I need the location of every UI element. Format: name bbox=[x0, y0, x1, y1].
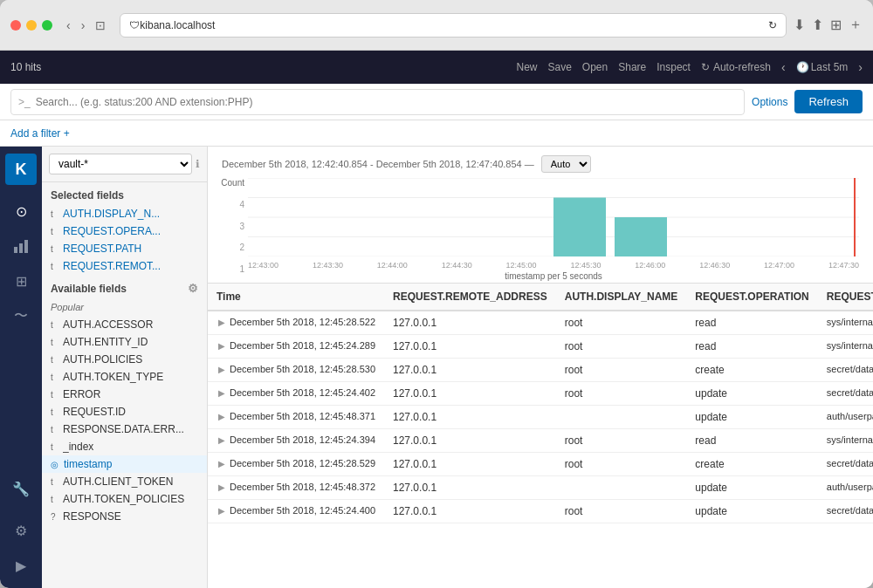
browser-chrome: ‹ › ⊡ 🛡 kibana.localhost ↻ ⬇ ⬆ ⊞ ＋ bbox=[0, 0, 873, 51]
add-filter-button[interactable]: Add a filter + bbox=[10, 127, 70, 140]
expand-button[interactable]: ▶ bbox=[217, 482, 227, 492]
save-button[interactable]: Save bbox=[547, 61, 571, 73]
table-row: ▶ December 5th 2018, 12:45:28.530 127.0.… bbox=[208, 359, 873, 382]
devtools-nav-icon[interactable]: 🔧 bbox=[5, 473, 37, 504]
expand-button[interactable]: ▶ bbox=[217, 459, 227, 468]
expand-button[interactable]: ▶ bbox=[217, 318, 227, 327]
auto-refresh-button[interactable]: ↻ Auto-refresh bbox=[701, 61, 771, 73]
top-bar-actions: New Save Open Share Inspect ↻ Auto-refre… bbox=[516, 60, 863, 74]
field-auth-client-token[interactable]: t AUTH.CLIENT_TOKEN bbox=[42, 473, 207, 490]
field-auth-token-policies[interactable]: t AUTH.TOKEN_POLICIES bbox=[42, 490, 207, 508]
path-cell: auth/userpass/login/conor bbox=[818, 476, 873, 500]
date-range-bar: December 5th 2018, 12:42:40.854 - Decemb… bbox=[222, 155, 859, 173]
col-header-path: REQUEST.PATH bbox=[818, 284, 873, 311]
inspect-button[interactable]: Inspect bbox=[656, 61, 691, 73]
discover-nav-icon[interactable]: ⊙ bbox=[5, 195, 37, 227]
remote-address-cell: 127.0.0.1 bbox=[384, 311, 556, 335]
next-time-button[interactable]: › bbox=[858, 60, 863, 74]
display-name-cell: root bbox=[556, 359, 687, 382]
field-name: REQUEST.REMOT... bbox=[63, 260, 198, 272]
play-nav-icon[interactable]: ▶ bbox=[5, 550, 37, 581]
selected-field-auth-display[interactable]: t AUTH.DISPLAY_N... bbox=[42, 205, 207, 222]
prev-time-button[interactable]: ‹ bbox=[781, 60, 786, 74]
options-button[interactable]: Options bbox=[752, 96, 787, 108]
fullscreen-button[interactable] bbox=[42, 20, 52, 31]
dashboard-nav-icon[interactable]: ⊞ bbox=[5, 265, 37, 297]
field-response[interactable]: ? RESPONSE bbox=[42, 508, 207, 525]
field-auth-entity-id[interactable]: t AUTH.ENTITY_ID bbox=[42, 333, 207, 351]
management-nav-icon[interactable]: ⚙ bbox=[5, 515, 37, 546]
timelion-nav-icon[interactable]: 〜 bbox=[5, 300, 37, 332]
chart-area: December 5th 2018, 12:42:40.854 - Decemb… bbox=[208, 147, 873, 284]
download-button[interactable]: ⬇ bbox=[794, 17, 805, 33]
browser-window: ‹ › ⊡ 🛡 kibana.localhost ↻ ⬇ ⬆ ⊞ ＋ 10 hi… bbox=[0, 0, 873, 588]
remote-address-cell: 127.0.0.1 bbox=[384, 359, 556, 382]
selected-field-request-path[interactable]: t REQUEST.PATH bbox=[42, 240, 207, 257]
main-layout: K ⊙ ⊞ 〜 🔧 ⚙ ▶ bbox=[0, 147, 873, 588]
index-info-button[interactable]: ℹ bbox=[196, 158, 200, 170]
selected-field-request-remot[interactable]: t REQUEST.REMOT... bbox=[42, 257, 207, 275]
display-name-cell bbox=[556, 476, 687, 500]
x-tick-124530: 12:45:30 bbox=[570, 261, 601, 270]
time-cell: ▶ December 5th 2018, 12:45:24.394 bbox=[208, 429, 384, 453]
operation-cell: update bbox=[686, 476, 817, 500]
plus-button[interactable]: ＋ bbox=[849, 16, 863, 34]
grid-button[interactable]: ⊞ bbox=[830, 17, 842, 33]
share-button[interactable]: ⬆ bbox=[812, 17, 823, 33]
visualize-nav-icon[interactable] bbox=[5, 230, 37, 262]
x-tick-124430: 12:44:30 bbox=[442, 261, 472, 270]
minimize-button[interactable] bbox=[26, 20, 37, 31]
field-request-id[interactable]: t REQUEST.ID bbox=[42, 403, 207, 420]
time-cell: ▶ December 5th 2018, 12:45:24.289 bbox=[208, 335, 384, 359]
chart-x-label: timestamp per 5 seconds bbox=[248, 271, 859, 281]
clock-icon: 🕐 bbox=[796, 61, 809, 73]
expand-button[interactable]: ▶ bbox=[217, 435, 227, 445]
search-bar: >_ Options Refresh bbox=[0, 84, 873, 120]
field-auth-token-type[interactable]: t AUTH.TOKEN_TYPE bbox=[42, 368, 207, 386]
path-cell: secret/data/world bbox=[818, 453, 873, 476]
app-container: 10 hits New Save Open Share Inspect ↻ Au… bbox=[0, 51, 873, 588]
operation-cell: create bbox=[686, 359, 817, 382]
expand-button[interactable]: ▶ bbox=[217, 365, 227, 374]
window-button[interactable]: ⊡ bbox=[95, 18, 106, 32]
x-tick-1246: 12:46:00 bbox=[635, 261, 665, 270]
field-name: REQUEST.OPERA... bbox=[63, 225, 198, 237]
x-tick-124730: 12:47:30 bbox=[828, 261, 859, 270]
table-row: ▶ December 5th 2018, 12:45:24.394 127.0.… bbox=[208, 429, 873, 453]
operation-cell: read bbox=[686, 335, 817, 359]
back-button[interactable]: ‹ bbox=[63, 17, 74, 34]
field-response-data-err[interactable]: t RESPONSE.DATA.ERR... bbox=[42, 420, 207, 438]
forward-button[interactable]: › bbox=[78, 17, 89, 34]
hits-count: 10 hits bbox=[10, 61, 512, 73]
refresh-button[interactable]: Refresh bbox=[794, 90, 863, 113]
auto-select[interactable]: Auto bbox=[541, 155, 591, 173]
refresh-icon: ↻ bbox=[768, 19, 777, 31]
available-fields-list: t AUTH.ACCESSOR t AUTH.ENTITY_ID t AUTH.… bbox=[42, 316, 207, 525]
selected-field-request-opera[interactable]: t REQUEST.OPERA... bbox=[42, 222, 207, 240]
table-row: ▶ December 5th 2018, 12:45:28.522 127.0.… bbox=[208, 311, 873, 335]
search-input[interactable] bbox=[36, 96, 737, 108]
gear-icon[interactable]: ⚙ bbox=[188, 282, 198, 295]
open-button[interactable]: Open bbox=[582, 61, 608, 73]
expand-button[interactable]: ▶ bbox=[217, 412, 227, 421]
index-select[interactable]: vault-* bbox=[49, 154, 192, 174]
field-auth-accessor[interactable]: t AUTH.ACCESSOR bbox=[42, 316, 207, 333]
close-button[interactable] bbox=[10, 20, 21, 31]
x-tick-1244: 12:44:00 bbox=[377, 261, 408, 270]
field-timestamp[interactable]: ◎ timestamp bbox=[42, 455, 207, 473]
table-row: ▶ December 5th 2018, 12:45:28.529 127.0.… bbox=[208, 453, 873, 476]
expand-button[interactable]: ▶ bbox=[217, 341, 227, 351]
selected-fields-list: t AUTH.DISPLAY_N... t REQUEST.OPERA... t… bbox=[42, 205, 207, 275]
time-range-label: Last 5m bbox=[811, 61, 849, 73]
date-range-text: December 5th 2018, 12:42:40.854 - Decemb… bbox=[222, 159, 534, 169]
y-tick-3: 3 bbox=[239, 222, 244, 231]
share-button[interactable]: Share bbox=[618, 61, 646, 73]
field-index[interactable]: t _index bbox=[42, 438, 207, 455]
field-auth-policies[interactable]: t AUTH.POLICIES bbox=[42, 351, 207, 368]
expand-button[interactable]: ▶ bbox=[217, 388, 227, 398]
expand-button[interactable]: ▶ bbox=[217, 506, 227, 516]
nav-buttons: ‹ › bbox=[63, 17, 88, 34]
index-selector: vault-* ℹ bbox=[42, 147, 207, 182]
field-error[interactable]: t ERROR bbox=[42, 386, 207, 403]
new-button[interactable]: New bbox=[516, 61, 537, 73]
